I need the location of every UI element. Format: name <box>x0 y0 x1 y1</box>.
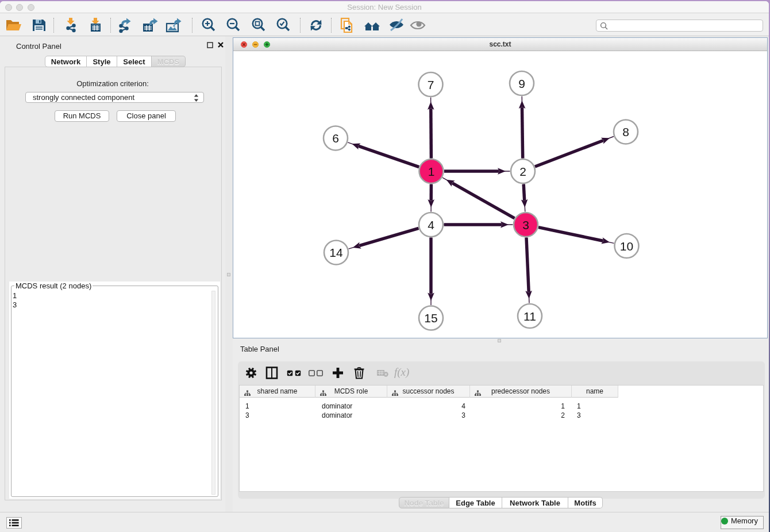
svg-text:11: 11 <box>523 309 536 322</box>
svg-text:9: 9 <box>518 76 525 90</box>
svg-text:4: 4 <box>428 218 434 231</box>
svg-text:15: 15 <box>424 311 437 325</box>
svg-text:7: 7 <box>428 78 434 91</box>
svg-text:6: 6 <box>332 132 339 145</box>
svg-text:8: 8 <box>622 125 629 138</box>
svg-text:2: 2 <box>519 164 526 178</box>
svg-text:10: 10 <box>620 239 633 252</box>
svg-text:3: 3 <box>522 218 529 231</box>
svg-text:1: 1 <box>428 164 435 178</box>
svg-text:14: 14 <box>329 246 343 259</box>
